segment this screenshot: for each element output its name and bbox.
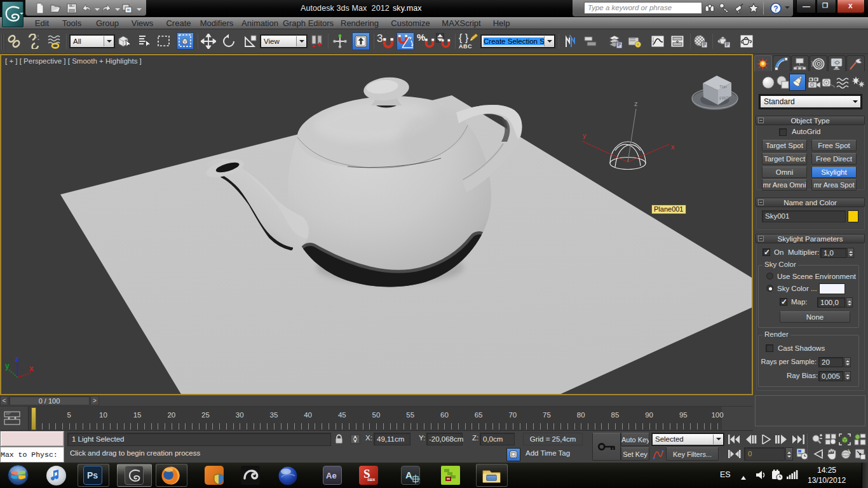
svg-text:z: z: [634, 100, 638, 107]
svg-text:y: y: [583, 132, 587, 139]
svg-text:x: x: [29, 364, 34, 373]
svg-text:z: z: [15, 355, 19, 363]
svg-text:y: y: [5, 362, 10, 370]
svg-text:?: ?: [773, 4, 778, 13]
svg-text:x: x: [671, 143, 675, 151]
svg-text:FRONT: FRONT: [719, 95, 735, 100]
